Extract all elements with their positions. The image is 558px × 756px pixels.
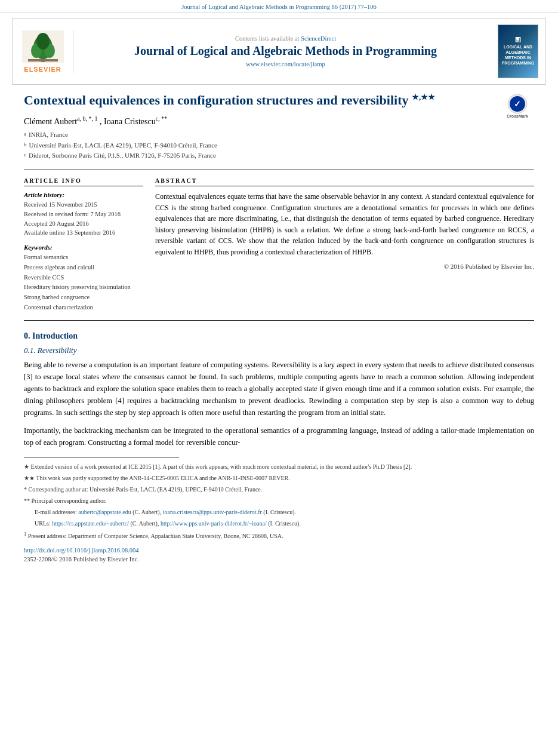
main-content: Contextual equivalences in configuration…: [0, 92, 558, 563]
sciencedirect-link: Contents lists available at ScienceDirec…: [81, 35, 491, 42]
elsevier-logo: ELSEVIER: [20, 30, 73, 73]
keyword-4: Hereditary history preserving bisimulati…: [24, 282, 143, 293]
email-2-link[interactable]: ioana.cristescu@pps.univ-paris-diderot.f…: [163, 509, 262, 515]
article-title: Contextual equivalences in configuration…: [24, 92, 534, 109]
elsevier-tree-icon: [22, 30, 64, 63]
footnote-asterisk: * Corresponding author at: Université Pa…: [24, 485, 534, 494]
history-row-3: Accepted 20 August 2016: [24, 219, 143, 229]
journal-url-link[interactable]: www.elsevier.com/locate/jlamp: [246, 61, 325, 67]
article-info-title: ARTICLE INFO: [24, 177, 143, 186]
svg-point-5: [36, 33, 50, 50]
article-info: ARTICLE INFO Article history: Received 1…: [24, 177, 143, 313]
affiliations: a INRIA, France b Université Paris-Est, …: [24, 130, 534, 161]
keyword-3: Reversible CCS: [24, 273, 143, 283]
body-paragraph-1: Being able to reverse a computation is a…: [24, 359, 534, 419]
svg-text:✓: ✓: [514, 99, 521, 109]
history-title: Article history:: [24, 191, 143, 198]
footnote-star1: ★ Extended version of a work presented a…: [24, 462, 534, 472]
issn-line: 2352-2208/© 2016 Published by Elsevier I…: [24, 556, 534, 563]
footnote-urls: URLs: https://cs.appstate.edu/~aubertc/ …: [35, 519, 534, 528]
elsevier-label: ELSEVIER: [24, 66, 61, 73]
sciencedirect-anchor[interactable]: ScienceDirect: [301, 35, 336, 42]
abstract-text: Contextual equivalences equate terms tha…: [155, 191, 534, 258]
journal-center: Contents lists available at ScienceDirec…: [81, 35, 491, 67]
intro-heading: 0. Introduction: [24, 331, 534, 341]
footnotes: ★ Extended version of a work presented a…: [24, 462, 534, 541]
journal-url: www.elsevier.com/locate/jlamp: [81, 61, 491, 67]
cover-text: 📊 LOGICAL AND ALGEBRAIC METHODS IN PROGR…: [501, 37, 535, 66]
article-stars: ★,★★: [412, 93, 435, 102]
history-row-4: Available online 13 September 2016: [24, 228, 143, 238]
footnote-emails: E-mail addresses: aubertc@appstate.edu (…: [35, 508, 534, 517]
journal-header: ELSEVIER Contents lists available at Sci…: [12, 18, 546, 85]
footnote-star2: ★★ This work was partly supported by the…: [24, 474, 534, 483]
email-1-link[interactable]: aubertc@appstate.edu: [78, 509, 131, 515]
keyword-1: Formal semantics: [24, 253, 143, 263]
url-2-link[interactable]: http://www.pps.univ-paris-diderot.fr/~io…: [161, 520, 267, 527]
history-row-2: Received in revised form: 7 May 2016: [24, 210, 143, 219]
footnote-double-asterisk: ** Principal corresponding author.: [24, 496, 534, 506]
keyword-2: Process algebras and calculi: [24, 263, 143, 273]
svg-rect-6: [28, 59, 58, 62]
article-info-abstract: ARTICLE INFO Article history: Received 1…: [24, 170, 534, 321]
history-row-1: Received 15 November 2015: [24, 200, 143, 210]
doi-link[interactable]: http://dx.doi.org/10.1016/j.jlamp.2016.0…: [24, 547, 139, 554]
svg-text:CrossMark: CrossMark: [507, 114, 528, 118]
keywords-title: Keywords:: [24, 244, 143, 251]
url-1-link[interactable]: https://cs.appstate.edu/~aubertc/: [52, 520, 129, 527]
abstract-column: ABSTRACT Contextual equivalences equate …: [155, 177, 534, 313]
bottom-links: http://dx.doi.org/10.1016/j.jlamp.2016.0…: [24, 547, 534, 554]
keyword-5: Strong barbed congruence: [24, 293, 143, 303]
top-bar: Journal of Logical and Algebraic Methods…: [0, 0, 558, 13]
keywords-section: Keywords: Formal semantics Process algeb…: [24, 244, 143, 313]
abstract-copyright: © 2016 Published by Elsevier Inc.: [155, 263, 534, 270]
journal-citation: Journal of Logical and Algebraic Methods…: [181, 4, 377, 10]
footnote-divider: [24, 457, 179, 457]
crossmark-badge: ✓ CrossMark: [501, 92, 534, 125]
journal-cover-image: 📊 LOGICAL AND ALGEBRAIC METHODS IN PROGR…: [498, 24, 538, 78]
body-paragraph-2: Importantly, the backtracking mechanism …: [24, 425, 534, 448]
authors: Clément Auberta, b, *, 1 , Ioana Cristes…: [24, 115, 534, 127]
footnote-1: 1 Present address: Department of Compute…: [24, 530, 534, 541]
reversibility-heading: 0.1. Reversibility: [24, 346, 534, 355]
keyword-6: Contextual characterization: [24, 303, 143, 313]
abstract-title: ABSTRACT: [155, 177, 534, 186]
journal-title-header: Journal of Logical and Algebraic Methods…: [81, 43, 491, 59]
